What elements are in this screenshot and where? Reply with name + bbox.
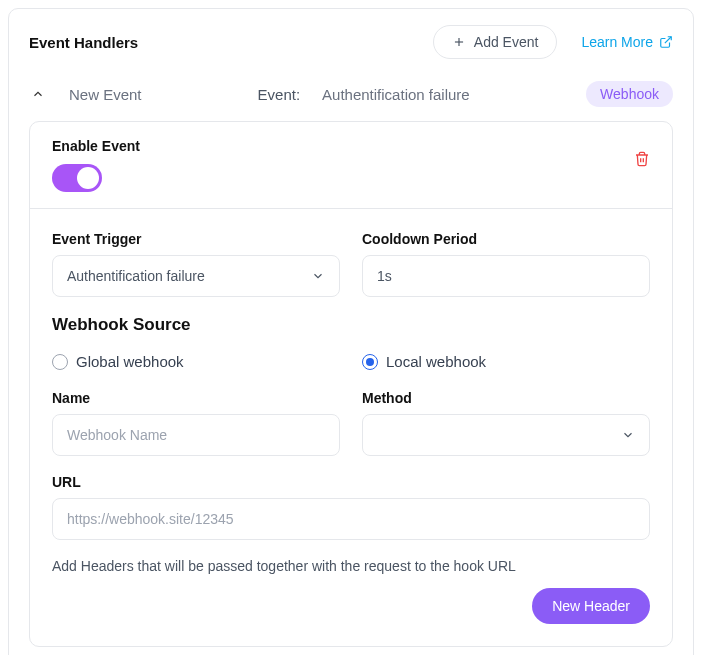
add-event-button[interactable]: Add Event [433, 25, 558, 59]
external-link-icon [659, 35, 673, 49]
url-col: URL [52, 474, 650, 540]
url-label: URL [52, 474, 650, 490]
cooldown-input[interactable] [362, 255, 650, 297]
plus-icon [452, 35, 466, 49]
global-webhook-radio[interactable]: Global webhook [52, 353, 340, 370]
event-summary-row: New Event Event: Authentification failur… [29, 81, 673, 121]
add-event-label: Add Event [474, 34, 539, 50]
radio-icon [362, 354, 378, 370]
name-col: Name [52, 390, 340, 456]
event-handlers-panel: Event Handlers Add Event Learn More New … [8, 8, 694, 655]
url-row: URL [52, 474, 650, 540]
local-webhook-radio[interactable]: Local webhook [362, 353, 650, 370]
toggle-knob [77, 167, 99, 189]
radio-dot [366, 358, 374, 366]
url-input[interactable] [52, 498, 650, 540]
chevron-down-icon [311, 269, 325, 283]
local-webhook-label: Local webhook [386, 353, 486, 370]
method-label: Method [362, 390, 650, 406]
headers-helper-text: Add Headers that will be passed together… [52, 558, 650, 574]
new-header-row: New Header [52, 588, 650, 624]
method-col: Method [362, 390, 650, 456]
enable-event-toggle[interactable] [52, 164, 102, 192]
summary-event-value: Authentification failure [322, 86, 570, 103]
method-select[interactable] [362, 414, 650, 456]
radio-icon [52, 354, 68, 370]
panel-header: Event Handlers Add Event Learn More [29, 25, 673, 59]
chevron-down-icon [621, 428, 635, 442]
webhook-source-radios: Global webhook Local webhook [52, 353, 650, 370]
summary-new-event: New Event [69, 86, 142, 103]
enable-section: Enable Event [30, 122, 672, 209]
event-trigger-select[interactable]: Authentification failure [52, 255, 340, 297]
enable-event-label: Enable Event [52, 138, 140, 154]
svg-line-2 [665, 37, 671, 43]
enable-left: Enable Event [52, 138, 140, 192]
panel-title: Event Handlers [29, 34, 138, 51]
name-method-row: Name Method [52, 390, 650, 456]
event-trigger-value: Authentification failure [67, 268, 205, 284]
summary-event-label: Event: [258, 86, 301, 103]
webhook-source-heading: Webhook Source [52, 315, 650, 335]
event-form: Event Trigger Authentification failure C… [30, 209, 672, 646]
new-header-button[interactable]: New Header [532, 588, 650, 624]
trigger-col: Event Trigger Authentification failure [52, 231, 340, 297]
cooldown-col: Cooldown Period [362, 231, 650, 297]
collapse-toggle-icon[interactable] [31, 87, 45, 101]
event-trigger-label: Event Trigger [52, 231, 340, 247]
learn-more-link[interactable]: Learn More [581, 34, 673, 50]
cooldown-label: Cooldown Period [362, 231, 650, 247]
delete-event-icon[interactable] [634, 150, 650, 168]
trigger-cooldown-row: Event Trigger Authentification failure C… [52, 231, 650, 297]
learn-more-label: Learn More [581, 34, 653, 50]
global-webhook-label: Global webhook [76, 353, 184, 370]
name-label: Name [52, 390, 340, 406]
webhook-name-input[interactable] [52, 414, 340, 456]
header-actions: Add Event Learn More [433, 25, 673, 59]
webhook-badge: Webhook [586, 81, 673, 107]
event-config-panel: Enable Event Event Trigger Authentificat… [29, 121, 673, 647]
